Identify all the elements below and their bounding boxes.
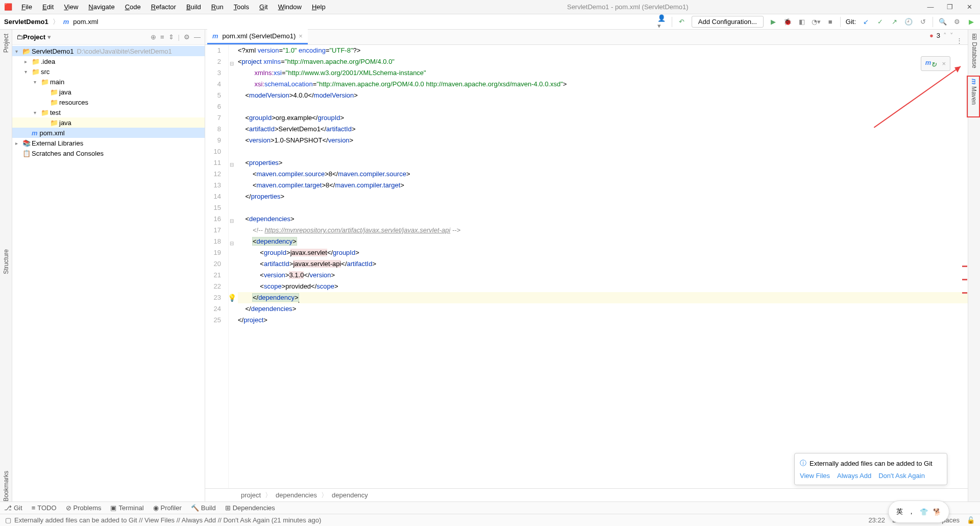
fold-column[interactable]: ⊟⊟⊟⊟ bbox=[229, 45, 238, 488]
rail-project[interactable]: Project bbox=[3, 34, 10, 53]
bottom-tab-dependencies[interactable]: ⊞Dependencies bbox=[225, 504, 275, 512]
hide-icon[interactable]: — bbox=[194, 33, 201, 41]
run-anything-icon[interactable]: ▶ bbox=[967, 17, 976, 27]
menu-code[interactable]: Code bbox=[121, 2, 145, 12]
project-sidebar: 🗀 Project ▾ ⊕ ≡ ⇕ | ⚙ — ▾📂ServletDemo1D:… bbox=[12, 30, 205, 501]
prev-error-icon[interactable]: ˄ bbox=[943, 32, 947, 39]
back-icon[interactable]: ↶ bbox=[677, 17, 687, 27]
status-bar: ▢ Externally added files can be added to… bbox=[0, 514, 980, 526]
tree-item-java[interactable]: 📁java bbox=[12, 117, 205, 128]
bottom-tab-todo[interactable]: ≡TODO bbox=[32, 504, 57, 512]
breadcrumb-root[interactable]: ServletDemo1 bbox=[4, 18, 48, 26]
caret-position[interactable]: 23:22 bbox=[868, 516, 885, 524]
expand-icon[interactable]: ≡ bbox=[160, 33, 164, 41]
separator bbox=[933, 17, 933, 27]
maximize-icon[interactable]: ❐ bbox=[945, 3, 954, 11]
tree-item--idea[interactable]: ▸📁.idea bbox=[12, 56, 205, 66]
menu-git[interactable]: Git bbox=[255, 2, 272, 12]
menu-view[interactable]: View bbox=[60, 2, 82, 12]
chevron-down-icon[interactable]: ▾ bbox=[47, 33, 51, 41]
editor-breadcrumbs[interactable]: project〉dependencies〉dependency bbox=[205, 488, 968, 501]
tree-item-src[interactable]: ▾📁src bbox=[12, 66, 205, 77]
crumb-dependency[interactable]: dependency bbox=[332, 491, 368, 499]
notif-link-always-add[interactable]: Always Add bbox=[837, 472, 871, 480]
editor-area: m pom.xml (ServletDemo1) × ⋮ ● 3 ˄ ˅ m↻ … bbox=[205, 30, 968, 501]
bottom-tab-terminal[interactable]: ▣Terminal bbox=[110, 504, 143, 512]
menu-run[interactable]: Run bbox=[207, 2, 228, 12]
project-tree[interactable]: ▾📂ServletDemo1D:\code\Java\bite\ServletD… bbox=[12, 45, 205, 501]
breadcrumb-file[interactable]: pom.xml bbox=[73, 18, 98, 26]
rail-structure[interactable]: Structure bbox=[3, 249, 10, 274]
tab-label: pom.xml (ServletDemo1) bbox=[223, 32, 296, 40]
ime-sep: ， bbox=[908, 507, 915, 516]
menu-file[interactable]: File bbox=[17, 2, 36, 12]
minimize-icon[interactable]: — bbox=[926, 3, 935, 11]
separator bbox=[672, 17, 672, 27]
debug-icon[interactable]: 🐞 bbox=[783, 17, 792, 27]
ime-indicator[interactable]: 英 ， 👕 🐕 bbox=[888, 500, 949, 523]
tree-item-external-libraries[interactable]: ▸📚External Libraries bbox=[12, 138, 205, 148]
close-icon[interactable]: ✕ bbox=[965, 3, 974, 11]
bottom-tab-build[interactable]: 🔨Build bbox=[191, 504, 216, 512]
notif-link-view-files[interactable]: View Files bbox=[800, 472, 830, 480]
tree-item-servletdemo1[interactable]: ▾📂ServletDemo1D:\code\Java\bite\ServletD… bbox=[12, 46, 205, 56]
bottom-tab-problems[interactable]: ⊘Problems bbox=[66, 504, 102, 512]
tab-pom-xml[interactable]: m pom.xml (ServletDemo1) × bbox=[207, 29, 308, 44]
bottom-tab-profiler[interactable]: ◉Profiler bbox=[153, 504, 182, 512]
line-gutter[interactable]: 1234567891011121314151617181920212223242… bbox=[205, 45, 229, 488]
stop-icon[interactable]: ■ bbox=[826, 17, 835, 27]
bottom-tool-tabs: ⎇Git≡TODO⊘Problems▣Terminal◉Profiler🔨Bui… bbox=[0, 501, 980, 514]
git-rollback-icon[interactable]: ↺ bbox=[918, 17, 927, 27]
close-tab-icon[interactable]: × bbox=[299, 32, 303, 40]
maven-file-icon: m bbox=[212, 32, 218, 40]
run-icon[interactable]: ▶ bbox=[769, 17, 778, 27]
ime-lang: 英 bbox=[896, 507, 903, 516]
git-history-icon[interactable]: 🕘 bbox=[904, 17, 913, 27]
menu-tools[interactable]: Tools bbox=[230, 2, 253, 12]
rail-database[interactable]: 🗄 Database bbox=[971, 34, 978, 68]
inspection-widget[interactable]: ● 3 ˄ ˅ bbox=[929, 32, 953, 39]
code-content[interactable]: <?xml version="1.0" encoding="UTF-8"?><p… bbox=[238, 45, 968, 488]
menu-window[interactable]: Window bbox=[274, 2, 306, 12]
readonly-icon[interactable]: 🔓 bbox=[967, 516, 975, 524]
settings-icon[interactable]: ⚙ bbox=[952, 17, 962, 27]
tree-item-java[interactable]: 📁java bbox=[12, 87, 205, 97]
code-editor[interactable]: 1234567891011121314151617181920212223242… bbox=[205, 45, 968, 488]
menu-refactor[interactable]: Refactor bbox=[147, 2, 180, 12]
bottom-tab-git[interactable]: ⎇Git bbox=[4, 504, 22, 512]
menu-navigate[interactable]: Navigate bbox=[84, 2, 118, 12]
menu-help[interactable]: Help bbox=[308, 2, 330, 12]
search-icon[interactable]: 🔍 bbox=[938, 17, 947, 27]
error-icon: ● bbox=[929, 32, 934, 39]
coverage-icon[interactable]: ◧ bbox=[797, 17, 806, 27]
git-commit-icon[interactable]: ✓ bbox=[875, 17, 885, 27]
user-icon[interactable]: 👤▾ bbox=[657, 17, 667, 27]
git-update-icon[interactable]: ↙ bbox=[861, 17, 870, 27]
tree-item-test[interactable]: ▾📁test bbox=[12, 107, 205, 117]
collapse-icon[interactable]: ⇕ bbox=[168, 33, 174, 41]
sidebar-header: 🗀 Project ▾ ⊕ ≡ ⇕ | ⚙ — bbox=[12, 30, 205, 45]
menu-edit[interactable]: Edit bbox=[38, 2, 58, 12]
next-error-icon[interactable]: ˅ bbox=[950, 32, 953, 39]
select-file-icon[interactable]: ⊕ bbox=[151, 33, 156, 41]
tree-item-main[interactable]: ▾📁main bbox=[12, 77, 205, 87]
status-message: Externally added files can be added to G… bbox=[14, 516, 321, 524]
left-tool-rail: ProjectStructureBookmarks bbox=[0, 30, 12, 501]
crumb-project[interactable]: project bbox=[241, 491, 261, 499]
main-menu: FileEditViewNavigateCodeRefactorBuildRun… bbox=[14, 2, 330, 12]
gear-icon[interactable]: ⚙ bbox=[184, 33, 190, 41]
tree-item-resources[interactable]: 📁resources bbox=[12, 97, 205, 107]
profile-icon[interactable]: ◔▾ bbox=[812, 17, 821, 27]
rail-bookmarks[interactable]: Bookmarks bbox=[3, 471, 10, 501]
intention-bulb-icon[interactable]: 💡 bbox=[228, 292, 236, 303]
notif-link-don-t-ask-again[interactable]: Don't Ask Again bbox=[878, 472, 925, 480]
separator bbox=[840, 17, 841, 27]
tree-item-scratches-and-consoles[interactable]: 📋Scratches and Consoles bbox=[12, 148, 205, 158]
menu-build[interactable]: Build bbox=[182, 2, 205, 12]
sidebar-title[interactable]: Project bbox=[23, 33, 45, 41]
crumb-dependencies[interactable]: dependencies bbox=[276, 491, 317, 499]
tree-item-pom-xml[interactable]: mpom.xml bbox=[12, 128, 205, 138]
add-configuration-button[interactable]: Add Configuration... bbox=[692, 16, 764, 28]
status-icon[interactable]: ▢ bbox=[5, 516, 11, 524]
git-push-icon[interactable]: ↗ bbox=[890, 17, 899, 27]
